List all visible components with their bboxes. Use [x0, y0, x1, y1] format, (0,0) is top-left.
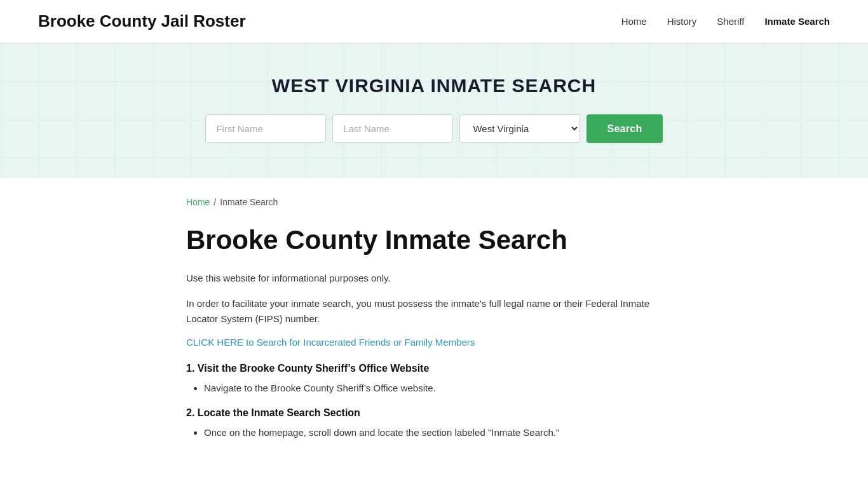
first-name-input[interactable] — [205, 114, 326, 143]
hero-banner: WEST VIRGINIA INMATE SEARCH West Virgini… — [0, 43, 868, 178]
section1-list: Navigate to the Brooke County Sheriff’s … — [204, 381, 682, 396]
cta-link[interactable]: CLICK HERE to Search for Incarcerated Fr… — [186, 337, 475, 348]
hero-title: WEST VIRGINIA INMATE SEARCH — [13, 75, 855, 97]
breadcrumb: Home / Inmate Search — [186, 197, 682, 207]
state-select[interactable]: West VirginiaAlabamaAlaskaArizonaArkansa… — [459, 114, 580, 143]
page-heading: Brooke County Inmate Search — [186, 225, 682, 255]
intro-paragraph-2: In order to facilitate your inmate searc… — [186, 296, 682, 327]
site-header: Brooke County Jail Roster Home History S… — [0, 0, 868, 43]
nav-history[interactable]: History — [667, 16, 697, 27]
intro-paragraph-1: Use this website for informational purpo… — [186, 271, 682, 286]
search-form: West VirginiaAlabamaAlaskaArizonaArkansa… — [13, 114, 855, 143]
section2-heading: 2. Locate the Inmate Search Section — [186, 407, 682, 419]
section1-heading: 1. Visit the Brooke County Sheriff’s Off… — [186, 363, 682, 374]
main-nav: Home History Sheriff Inmate Search — [621, 16, 830, 27]
nav-home[interactable]: Home — [621, 16, 647, 27]
nav-sheriff[interactable]: Sheriff — [717, 16, 744, 27]
last-name-input[interactable] — [332, 114, 453, 143]
breadcrumb-current: Inmate Search — [220, 197, 278, 207]
main-content: Home / Inmate Search Brooke County Inmat… — [148, 178, 720, 488]
section1-bullet-1: Navigate to the Brooke County Sheriff’s … — [204, 381, 682, 396]
section2-bullet-1: Once on the homepage, scroll down and lo… — [204, 425, 682, 440]
breadcrumb-separator: / — [214, 197, 216, 207]
breadcrumb-home-link[interactable]: Home — [186, 197, 210, 207]
section2-list: Once on the homepage, scroll down and lo… — [204, 425, 682, 440]
nav-inmate-search[interactable]: Inmate Search — [764, 16, 830, 27]
search-button[interactable]: Search — [587, 114, 662, 143]
site-title[interactable]: Brooke County Jail Roster — [38, 11, 246, 31]
